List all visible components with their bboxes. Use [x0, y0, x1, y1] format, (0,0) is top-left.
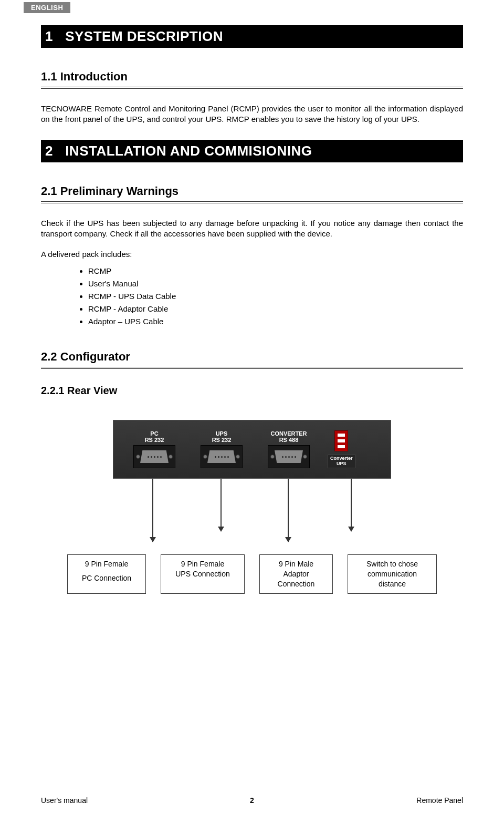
port-ups: UPS RS 232	[188, 430, 255, 468]
section-1-number: 1	[45, 28, 53, 44]
section-2-number: 2	[45, 143, 53, 159]
arrow-icon	[288, 479, 289, 542]
port-converter: CONVERTER RS 488	[255, 430, 322, 468]
arrow-icon	[351, 479, 352, 531]
port-ups-label-bot: RS 232	[212, 437, 232, 443]
list-item: RCMP	[88, 265, 463, 277]
callout-line: Switch to chose	[352, 559, 432, 569]
section-1-header: 1 SYSTEM DESCRIPTION	[41, 25, 463, 48]
port-pc-label-bot: RS 232	[145, 437, 164, 443]
db9-female-icon	[201, 445, 243, 468]
db9-female-icon	[133, 445, 175, 468]
subheading-2-2: 2.2 Configurator	[41, 350, 463, 364]
list-item: Adaptor – UPS Cable	[88, 315, 463, 328]
callout-line: 9 Pin Female	[165, 559, 240, 569]
dip-switch-icon	[334, 430, 348, 451]
callout-ups: 9 Pin Female UPS Connection	[161, 554, 245, 594]
list-item: RCMP - UPS Data Cable	[88, 290, 463, 303]
port-conv-label-bot: RS 488	[270, 437, 307, 443]
pack-list: RCMP User's Manual RCMP - UPS Data Cable…	[88, 265, 463, 328]
section-2-title: INSTALLATION AND COMMISIONING	[65, 143, 312, 159]
callout-pc: 9 Pin Female PC Connection	[67, 554, 146, 594]
rear-panel-photo: PC RS 232 UPS RS 232 CONVERTER	[113, 420, 391, 479]
subheading-2-1: 2.1 Preliminary Warnings	[41, 184, 463, 198]
footer-page-number: 2	[250, 796, 254, 805]
callout-line: 9 Pin Female	[72, 559, 141, 569]
port-pc: PC RS 232	[121, 430, 188, 468]
db9-male-icon	[268, 445, 310, 468]
warnings-paragraph: Check if the UPS has been subjected to a…	[41, 218, 463, 240]
callout-adaptor: 9 Pin Male Adaptor Connection	[259, 554, 333, 594]
callout-line: PC Connection	[72, 573, 141, 583]
callout-switch: Switch to chose communication distance	[348, 554, 437, 594]
callout-line: 9 Pin Male	[264, 559, 328, 569]
arrow-icon	[152, 479, 153, 542]
arrow-icon	[220, 479, 222, 531]
footer-right: Remote Panel	[416, 796, 463, 805]
callout-line: Connection	[264, 579, 328, 589]
subheading-1-1: 1.1 Introduction	[41, 70, 463, 84]
pack-intro: A delivered pack includes:	[41, 250, 463, 259]
port-ups-label-top: UPS	[212, 430, 232, 437]
list-item: User's Manual	[88, 277, 463, 290]
switch-mini-label: Converter UPS	[328, 455, 355, 468]
subheading-2-2-1: 2.2.1 Rear View	[41, 385, 463, 397]
port-pc-label-top: PC	[145, 430, 164, 437]
dip-switch-group: Converter UPS	[328, 430, 355, 468]
section-1-title: SYSTEM DESCRIPTION	[65, 28, 223, 44]
callout-line: communication	[352, 569, 432, 579]
arrow-group	[89, 479, 415, 552]
language-tab: ENGLISH	[24, 2, 70, 13]
page-footer: User's manual 2 Remote Panel	[41, 796, 463, 805]
callout-line: Adaptor	[264, 569, 328, 579]
section-2-header: 2 INSTALLATION AND COMMISIONING	[41, 140, 463, 162]
list-item: RCMP - Adaptor Cable	[88, 303, 463, 315]
rule	[41, 367, 463, 369]
rule	[41, 87, 463, 89]
callout-line: UPS Connection	[165, 569, 240, 579]
rule	[41, 201, 463, 203]
port-conv-label-top: CONVERTER	[270, 430, 307, 437]
callout-line: distance	[352, 579, 432, 589]
footer-left: User's manual	[41, 796, 88, 805]
intro-paragraph: TECNOWARE Remote Control and Monitoring …	[41, 104, 463, 125]
